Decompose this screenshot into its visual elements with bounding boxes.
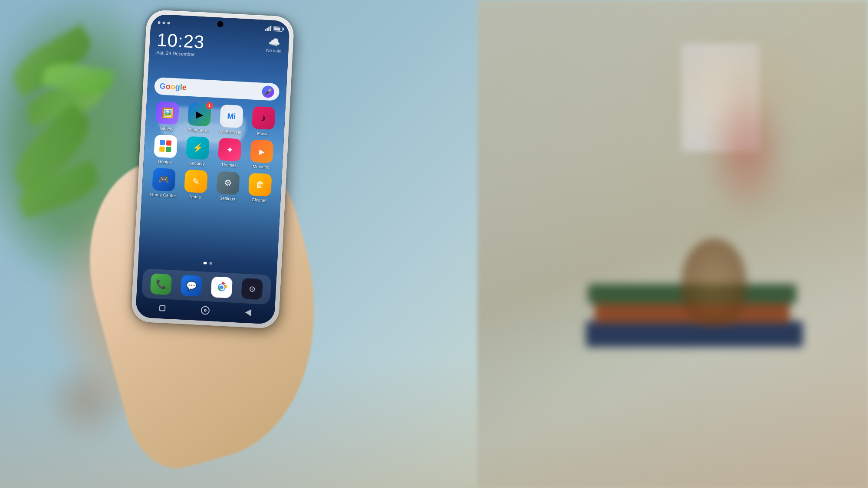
battery-fill: [274, 27, 280, 30]
gallery-icon: 🖼️: [155, 101, 179, 125]
playstore-icon: ▶ 1: [187, 103, 211, 127]
notes-label: Notes: [189, 194, 201, 199]
signal-icon: [265, 26, 272, 31]
dock-chrome[interactable]: [211, 276, 233, 298]
mibrowser-icon: Mi: [220, 105, 243, 128]
app-gamecenter[interactable]: 🎮 Game Center: [148, 167, 179, 198]
phone-body: 10:23 Sat, 24 December ☁️ No data Google…: [131, 10, 294, 329]
gg4: [166, 147, 171, 152]
status-icon-2: [162, 21, 165, 24]
security-icon: ⚡: [186, 136, 210, 160]
app-music[interactable]: ♪ Music: [247, 106, 279, 137]
playstore-badge: 1: [206, 102, 213, 109]
weather-text: No data: [266, 48, 282, 53]
app-google[interactable]: Google: [150, 134, 181, 165]
page-indicators: [203, 262, 212, 265]
search-spacer: [190, 88, 259, 91]
themes-label: Themes: [221, 162, 237, 168]
clock-widget: 10:23 Sat, 24 December: [156, 31, 205, 58]
phone: 10:23 Sat, 24 December ☁️ No data Google…: [131, 10, 294, 329]
mibrowser-label: Mi Browser: [220, 129, 242, 135]
app-gallery[interactable]: 🖼️ Gallery: [151, 101, 183, 132]
notes-icon: ✎: [184, 170, 208, 193]
weather-icon: ☁️: [266, 36, 282, 49]
gg3: [159, 147, 165, 152]
google-label: Google: [158, 159, 172, 164]
voice-search-button[interactable]: 🎤: [262, 85, 274, 98]
nav-back-button[interactable]: [242, 306, 254, 319]
app-row-2: Google ⚡ Security ✦ Themes: [149, 134, 279, 170]
google-grid: [159, 140, 172, 153]
security-label: Security: [189, 160, 205, 166]
app-settings[interactable]: ⚙ Settings: [212, 171, 243, 202]
weather-widget: ☁️ No data: [266, 36, 282, 53]
chrome-logo: [216, 282, 227, 293]
red-accent: [703, 87, 790, 217]
recent-apps-icon: [159, 305, 166, 311]
phone-screen: 10:23 Sat, 24 December ☁️ No data Google…: [135, 14, 290, 324]
signal-bar-1: [265, 29, 266, 31]
music-label: Music: [257, 131, 269, 136]
app-playstore[interactable]: ▶ 1 Play Store: [183, 102, 215, 133]
mivideo-icon: ▶: [250, 140, 274, 164]
gamecenter-label: Game Center: [150, 192, 176, 198]
app-mibrowser[interactable]: Mi Mi Browser: [215, 104, 247, 135]
page-dot-1: [203, 262, 207, 264]
google-apps-icon: [154, 134, 178, 158]
google-logo: Google: [159, 82, 187, 92]
signal-bar-3: [268, 26, 270, 31]
home-dot: [204, 309, 207, 311]
status-left: [158, 21, 170, 24]
back-icon: [245, 309, 251, 316]
nav-home-button[interactable]: [199, 304, 211, 317]
cleaner-icon: 🗑: [248, 173, 272, 197]
status-right: [265, 26, 283, 32]
app-themes[interactable]: ✦ Themes: [214, 138, 245, 168]
app-mivideo[interactable]: ▶ Mi Video: [246, 139, 277, 170]
music-icon: ♪: [252, 106, 276, 130]
battery-tip: [283, 28, 284, 30]
gallery-label: Gallery: [160, 125, 174, 131]
dock-camera[interactable]: ⊙: [241, 278, 263, 300]
settings-icon: ⚙: [216, 171, 240, 195]
pinecone: [681, 239, 746, 325]
battery-icon: [273, 26, 283, 31]
themes-icon: ✦: [218, 138, 242, 162]
clock-time: 10:23: [156, 31, 205, 52]
mivideo-label: Mi Video: [253, 164, 270, 170]
status-icon-3: [167, 22, 170, 24]
status-icon-1: [158, 21, 160, 24]
settings-label: Settings: [219, 196, 235, 201]
home-icon: [201, 306, 210, 315]
app-cleaner[interactable]: 🗑 Cleaner: [244, 173, 276, 203]
gamecenter-icon: 🎮: [152, 168, 176, 192]
app-security[interactable]: ⚡ Security: [181, 136, 213, 167]
dock-phone[interactable]: 📞: [150, 273, 172, 295]
cleaner-label: Cleaner: [252, 197, 267, 203]
nav-recent-button[interactable]: [156, 302, 169, 314]
app-row-3: 🎮 Game Center ✎ Notes ⚙ Se: [147, 167, 276, 203]
signal-bar-4: [270, 26, 272, 31]
gg1: [160, 140, 165, 146]
page-dot-2: [209, 262, 212, 265]
gg2: [166, 140, 172, 146]
playstore-label: Play Store: [188, 127, 209, 133]
app-grid: 🖼️ Gallery ▶ 1 Play Store Mi Mi Browser: [141, 101, 286, 208]
signal-bar-2: [266, 28, 268, 31]
app-notes[interactable]: ✎ Notes: [180, 169, 211, 200]
dock-messages[interactable]: 💬: [181, 275, 202, 297]
app-row-1: 🖼️ Gallery ▶ 1 Play Store Mi Mi Browser: [151, 101, 280, 136]
